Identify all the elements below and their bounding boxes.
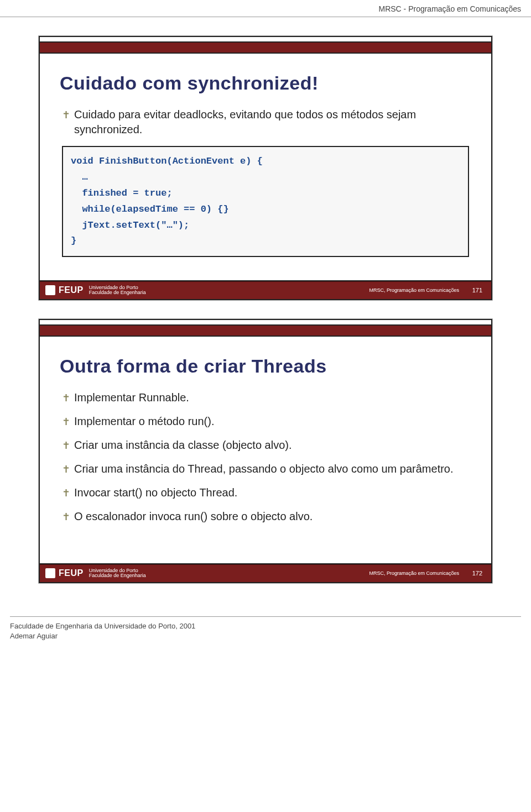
slide-title: Cuidado com synchronized! <box>60 72 471 94</box>
page-header-text: MRSC - Programação em Comunicações <box>378 4 521 13</box>
feup-name: FEUP <box>59 285 84 295</box>
footer-line1: Faculdade de Engenharia da Universidade … <box>10 621 521 631</box>
page-footer: Faculdade de Engenharia da Universidade … <box>10 616 521 653</box>
code-content: void FinishButton(ActionEvent e) { … fin… <box>63 147 468 256</box>
code-box: void FinishButton(ActionEvent e) { … fin… <box>62 146 469 257</box>
footer-line2: Ademar Aguiar <box>10 631 521 641</box>
footer-center-text: MRSC, Programação em Comunicações <box>369 570 459 576</box>
bullet-text: Criar uma instância do Thread, passando … <box>74 462 471 476</box>
footer-strip: FEUP Universidade do Porto Faculdade de … <box>40 564 491 582</box>
feup-name: FEUP <box>59 568 84 578</box>
slide-header-bar <box>40 326 491 337</box>
slides-container: Cuidado com synchronized! ✝ Cuidado para… <box>0 36 531 607</box>
feup-crest-icon: FEUP <box>45 285 84 295</box>
bullet-text: Implementar Runnable. <box>74 390 471 405</box>
feup-logo-block: FEUP Universidade do Porto Faculdade de … <box>45 285 146 296</box>
bullet-item: ✝ O escalonador invoca run() sobre o obj… <box>62 509 471 524</box>
bullet-text: Invocar start() no objecto Thread. <box>74 485 471 500</box>
bullet-item: ✝ Criar uma instância da classe (objecto… <box>62 438 471 453</box>
slide-number: 172 <box>467 570 482 577</box>
dagger-icon: ✝ <box>62 415 74 428</box>
footer-center-text: MRSC, Programação em Comunicações <box>369 287 459 293</box>
bullet-item: ✝ Implementar Runnable. <box>62 390 471 405</box>
slide-top-stripe <box>40 320 491 326</box>
bullet-text: Implementar o método run(). <box>74 414 471 429</box>
bullet-item: ✝ Invocar start() no objecto Thread. <box>62 485 471 500</box>
slide-footer: FEUP Universidade do Porto Faculdade de … <box>40 563 491 582</box>
page-header: MRSC - Programação em Comunicações <box>0 0 531 17</box>
slide-171: Cuidado com synchronized! ✝ Cuidado para… <box>39 36 492 300</box>
bullet-item: ✝ Criar uma instância do Thread, passand… <box>62 462 471 476</box>
bullet-text: Criar uma instância da classe (objecto a… <box>74 438 471 453</box>
footer-strip: FEUP Universidade do Porto Faculdade de … <box>40 281 491 299</box>
dagger-icon: ✝ <box>62 439 74 452</box>
dagger-icon: ✝ <box>62 510 74 523</box>
slide-number: 171 <box>467 287 482 294</box>
slide-header-bar <box>40 43 491 54</box>
bullet-text: O escalonador invoca run() sobre o objec… <box>74 509 471 524</box>
slide-top-stripe <box>40 37 491 43</box>
feup-logo-block: FEUP Universidade do Porto Faculdade de … <box>45 568 146 579</box>
feup-subtitle: Universidade do Porto Faculdade de Engen… <box>89 285 146 296</box>
dagger-icon: ✝ <box>62 486 74 500</box>
feup-subtitle: Universidade do Porto Faculdade de Engen… <box>89 568 146 579</box>
feup-line2: Faculdade de Engenharia <box>89 573 146 578</box>
slide-footer: FEUP Universidade do Porto Faculdade de … <box>40 280 491 299</box>
dagger-icon: ✝ <box>62 463 74 476</box>
shield-icon <box>45 285 55 295</box>
bullet-item: ✝ Cuidado para evitar deadlocks, evitand… <box>62 107 471 137</box>
feup-line2: Faculdade de Engenharia <box>89 290 146 295</box>
bullet-item: ✝ Implementar o método run(). <box>62 414 471 429</box>
slide-body: Outra forma de criar Threads ✝ Implement… <box>40 337 491 563</box>
dagger-icon: ✝ <box>62 108 74 122</box>
shield-icon <box>45 568 55 578</box>
bullet-text: Cuidado para evitar deadlocks, evitando … <box>74 107 471 137</box>
feup-crest-icon: FEUP <box>45 568 84 578</box>
dagger-icon: ✝ <box>62 391 74 405</box>
slide-title: Outra forma de criar Threads <box>60 355 471 377</box>
slide-body: Cuidado com synchronized! ✝ Cuidado para… <box>40 54 491 280</box>
slide-172: Outra forma de criar Threads ✝ Implement… <box>39 319 492 583</box>
